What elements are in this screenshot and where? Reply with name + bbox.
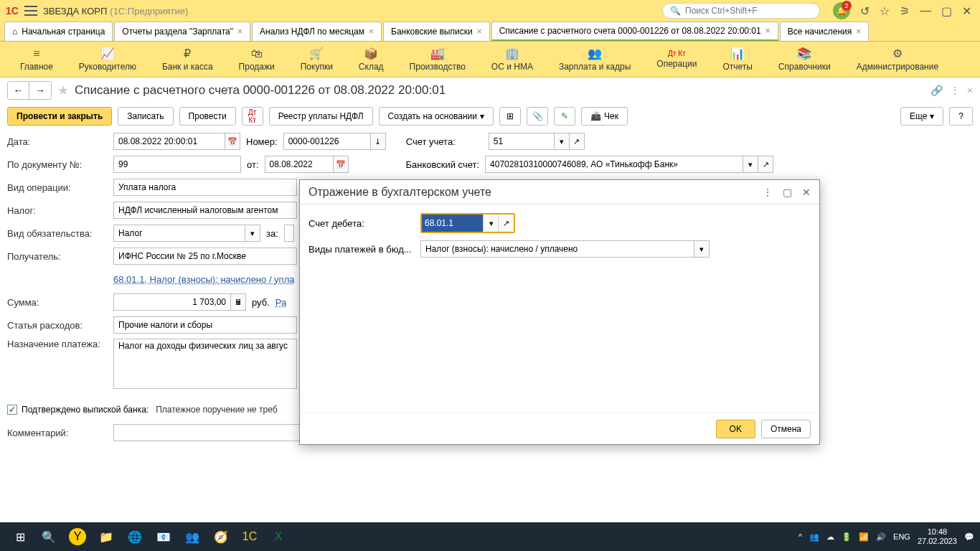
- nav-forward[interactable]: →: [29, 82, 51, 99]
- tray-battery-icon[interactable]: 🔋: [842, 532, 852, 542]
- tab-reports[interactable]: Отчеты раздела "Зарплата"×: [114, 22, 250, 41]
- chevron-down-icon[interactable]: ▾: [245, 225, 260, 242]
- module-manager[interactable]: 📈Руководителю: [66, 47, 149, 72]
- close-icon[interactable]: ×: [477, 27, 482, 37]
- confirmed-checkbox[interactable]: ✓: [7, 405, 17, 415]
- open-icon[interactable]: ↗: [758, 156, 773, 173]
- obligation-input[interactable]: [113, 225, 245, 242]
- maximize-icon[interactable]: ▢: [941, 4, 952, 18]
- number-action-icon[interactable]: ⤓: [370, 133, 386, 150]
- edit-button[interactable]: ✎: [554, 107, 575, 126]
- optype-input[interactable]: [113, 179, 297, 196]
- ok-button[interactable]: OK: [716, 420, 755, 438]
- debit-input[interactable]: [422, 215, 484, 232]
- number-input[interactable]: [283, 133, 371, 150]
- chevron-down-icon[interactable]: ▾: [743, 156, 758, 173]
- tray-notifications-icon[interactable]: 💬: [964, 532, 974, 542]
- tax-input[interactable]: [113, 202, 297, 219]
- create-based-button[interactable]: Создать на основании ▾: [379, 107, 494, 126]
- search-taskbar-icon[interactable]: 🔍: [34, 522, 63, 551]
- post-close-button[interactable]: Провести и закрыть: [7, 107, 112, 126]
- bank-input[interactable]: [485, 156, 743, 173]
- close-doc-icon[interactable]: ×: [967, 85, 973, 96]
- module-production[interactable]: 🏭Производство: [397, 47, 479, 72]
- tab-home[interactable]: ⌂ Начальная страница: [4, 22, 113, 41]
- chevron-down-icon[interactable]: ▾: [694, 240, 710, 258]
- close-icon[interactable]: ✕: [962, 4, 971, 18]
- tab-writeoff[interactable]: Списание с расчетного счета 0000-001226 …: [491, 22, 778, 41]
- maximize-icon[interactable]: ▢: [783, 187, 792, 198]
- account-input[interactable]: [489, 133, 555, 150]
- for-input[interactable]: [284, 225, 294, 242]
- module-warehouse[interactable]: 📦Склад: [346, 47, 397, 72]
- tray-volume-icon[interactable]: 🔊: [876, 532, 886, 542]
- paytype-input[interactable]: [420, 240, 694, 258]
- search-input[interactable]: [685, 6, 812, 16]
- module-bank[interactable]: ₽Банк и касса: [149, 47, 226, 72]
- calendar-icon[interactable]: 📅: [225, 133, 240, 150]
- link-icon[interactable]: 🔗: [930, 85, 943, 96]
- module-admin[interactable]: ⚙Администрирование: [844, 47, 951, 72]
- teams-icon[interactable]: 👥: [178, 522, 207, 551]
- help-button[interactable]: ?: [949, 107, 973, 126]
- excel-icon[interactable]: X: [264, 522, 293, 551]
- calculator-icon[interactable]: 🖩: [230, 293, 246, 311]
- split-link[interactable]: Ра: [275, 297, 286, 308]
- close-icon[interactable]: ×: [237, 27, 242, 37]
- global-search[interactable]: 🔍: [662, 3, 820, 19]
- check-button[interactable]: 📠 Чек: [581, 107, 628, 126]
- account-link[interactable]: 68.01.1, Налог (взносы): начислено / упл…: [113, 274, 294, 285]
- module-operations[interactable]: Дт КтОперации: [644, 50, 710, 69]
- purpose-input[interactable]: Налог на доходы физических лиц за авгус: [113, 339, 297, 389]
- tray-chevron-icon[interactable]: ^: [798, 532, 802, 541]
- from-date-input[interactable]: [265, 156, 334, 173]
- notifications-icon[interactable]: 🔔2: [833, 2, 850, 19]
- open-icon[interactable]: ↗: [498, 215, 514, 232]
- favorite-star-icon[interactable]: ★: [57, 83, 69, 98]
- start-button[interactable]: ⊞: [6, 522, 34, 551]
- nav-back[interactable]: ←: [8, 82, 29, 99]
- chrome-icon[interactable]: 🌐: [121, 522, 149, 551]
- outlook-icon[interactable]: 📧: [149, 522, 178, 551]
- module-reports[interactable]: 📊Отчеты: [710, 47, 765, 72]
- tray-clock[interactable]: 10:48 27.02.2023: [918, 527, 957, 546]
- module-purchases[interactable]: 🛒Покупки: [288, 47, 346, 72]
- sum-input[interactable]: [113, 293, 231, 311]
- more-icon[interactable]: ⋮: [950, 85, 960, 96]
- recipient-input[interactable]: [113, 248, 297, 265]
- struct-button[interactable]: ⊞: [499, 107, 521, 126]
- tray-wifi-icon[interactable]: 📶: [859, 532, 869, 542]
- close-icon[interactable]: ✕: [802, 187, 811, 198]
- minimize-icon[interactable]: —: [920, 4, 931, 17]
- calendar-icon[interactable]: 📅: [333, 156, 349, 173]
- close-icon[interactable]: ×: [856, 27, 861, 37]
- module-sales[interactable]: 🛍Продажи: [226, 47, 288, 72]
- menu-hamburger-icon[interactable]: [24, 6, 37, 16]
- post-button[interactable]: Провести: [179, 107, 236, 126]
- explorer-icon[interactable]: 📁: [92, 522, 121, 551]
- chevron-down-icon[interactable]: ▾: [554, 133, 570, 150]
- tray-teams-icon[interactable]: 👥: [809, 532, 819, 542]
- docnum-input[interactable]: [113, 156, 241, 173]
- tab-bank-statements[interactable]: Банковские выписки×: [383, 22, 490, 41]
- dtkt-button[interactable]: ДтКт: [242, 107, 263, 126]
- cancel-button[interactable]: Отмена: [761, 420, 811, 438]
- tray-cloud-icon[interactable]: ☁: [826, 532, 834, 542]
- save-button[interactable]: Записать: [118, 107, 173, 126]
- tab-all-accruals[interactable]: Все начисления×: [780, 22, 870, 41]
- module-payroll[interactable]: 👥Зарплата и кадры: [546, 47, 644, 72]
- more-button[interactable]: Еще ▾: [900, 107, 943, 126]
- more-icon[interactable]: ⋮: [763, 187, 773, 198]
- date-input[interactable]: [113, 133, 225, 150]
- history-icon[interactable]: ↺: [860, 4, 870, 18]
- tray-lang[interactable]: ENG: [893, 532, 910, 541]
- 1c-taskbar-icon[interactable]: 1C: [235, 522, 264, 551]
- open-icon[interactable]: ↗: [569, 133, 585, 150]
- module-catalogs[interactable]: 📚Справочники: [765, 47, 844, 72]
- module-assets[interactable]: 🏢ОС и НМА: [479, 47, 546, 72]
- chevron-down-icon[interactable]: ▾: [483, 215, 499, 232]
- yandex-icon[interactable]: Y: [69, 528, 86, 545]
- ndfl-registry-button[interactable]: Реестр уплаты НДФЛ: [269, 107, 373, 126]
- attach-button[interactable]: 📎: [527, 107, 548, 126]
- expense-input[interactable]: [113, 316, 297, 334]
